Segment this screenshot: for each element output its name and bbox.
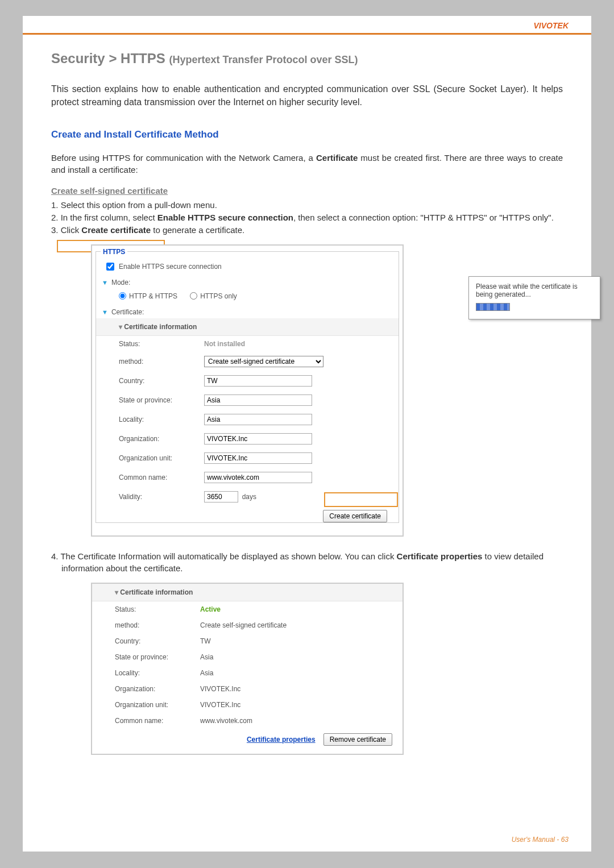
- page-title: Security > HTTPS (Hypertext Transfer Pro…: [51, 51, 563, 67]
- step-3: 3. Click Create certificate to generate …: [51, 224, 563, 236]
- popup-text: Please wait while the certificate is bei…: [476, 283, 593, 298]
- certificate-properties-link[interactable]: Certificate properties: [247, 736, 316, 744]
- state-label: State or province:: [96, 391, 204, 410]
- create-certificate-button[interactable]: Create certificate: [323, 510, 387, 522]
- step-1: 1. Select this option from a pull-down m…: [51, 199, 563, 211]
- cert-info-header: ▾ Certificate information: [96, 318, 399, 336]
- country-input[interactable]: [204, 375, 312, 387]
- orgunit-value-2: VIVOTEK.Inc: [200, 697, 403, 713]
- step-2: 2. In the first column, select Enable HT…: [51, 211, 563, 224]
- validity-label: Validity:: [96, 487, 204, 506]
- title-sub: (Hypertext Transfer Protocol over SSL): [169, 54, 358, 65]
- method-value-2: Create self-signed certificate: [200, 617, 403, 633]
- steps-list: 1. Select this option from a pull-down m…: [51, 199, 563, 236]
- validity-input[interactable]: [204, 491, 238, 502]
- validity-unit: days: [242, 493, 256, 501]
- orgunit-label: Organization unit:: [96, 448, 204, 468]
- locality-label-2: Locality:: [92, 665, 200, 681]
- status-value-active: Active: [200, 605, 221, 613]
- org-label-2: Organization:: [92, 681, 200, 697]
- enable-https-checkbox[interactable]: [106, 263, 114, 271]
- org-label: Organization:: [96, 429, 204, 448]
- mode-http-https[interactable]: HTTP & HTTPS: [119, 292, 177, 300]
- locality-value-2: Asia: [200, 665, 403, 681]
- https-config-panel: HTTPS Enable HTTPS secure connection ▼ M…: [91, 244, 404, 537]
- cert-info-header-2: ▾ Certificate information: [92, 584, 403, 601]
- brand-label: VIVOTEK: [534, 21, 569, 30]
- cn-input[interactable]: [204, 472, 312, 483]
- cn-label-2: Common name:: [92, 713, 200, 729]
- cert-info-table-2: Status:Active method:Create self-signed …: [92, 601, 403, 729]
- subsection-heading: Create self-signed certificate: [51, 186, 563, 196]
- step-4: 4. The Certificate Information will auto…: [51, 550, 563, 575]
- country-value-2: TW: [200, 633, 403, 649]
- cn-label: Common name:: [96, 468, 204, 487]
- cert-info-table: Status:Not installed method:Create self-…: [96, 336, 399, 506]
- country-label-2: Country:: [92, 633, 200, 649]
- status-label-2: Status:: [92, 601, 200, 617]
- steps-list-2: 4. The Certificate Information will auto…: [51, 550, 563, 575]
- org-input[interactable]: [204, 433, 312, 445]
- cn-value-2: www.vivotek.com: [200, 713, 403, 729]
- page-footer: User's Manual - 63: [512, 836, 569, 844]
- locality-label: Locality:: [96, 410, 204, 429]
- mode-http-https-radio[interactable]: [119, 292, 126, 300]
- state-input[interactable]: [204, 394, 312, 406]
- certificate-label: Certificate:: [111, 308, 144, 316]
- method-label-2: method:: [92, 617, 200, 633]
- generating-popup: Please wait while the certificate is bei…: [468, 276, 600, 319]
- section-heading: Create and Install Certificate Method: [51, 129, 563, 140]
- title-main: Security > HTTPS: [51, 51, 169, 66]
- section-body: Before using HTTPS for communication wit…: [51, 152, 563, 176]
- mode-https-only[interactable]: HTTPS only: [190, 292, 237, 300]
- header-rule: [23, 33, 591, 35]
- https-legend: HTTPS: [101, 248, 127, 256]
- progress-bar: [476, 303, 510, 311]
- chevron-down-icon[interactable]: ▼: [102, 279, 108, 286]
- orgunit-input[interactable]: [204, 452, 312, 464]
- org-value-2: VIVOTEK.Inc: [200, 681, 403, 697]
- state-label-2: State or province:: [92, 649, 200, 665]
- cert-info-panel-active: ▾ Certificate information Status:Active …: [91, 583, 404, 755]
- mode-https-only-radio[interactable]: [190, 292, 197, 300]
- mode-label: Mode:: [111, 279, 130, 286]
- remove-certificate-button[interactable]: Remove certificate: [323, 733, 392, 746]
- method-select[interactable]: Create self-signed certificate: [204, 356, 323, 367]
- enable-https-label: Enable HTTPS secure connection: [119, 263, 222, 271]
- status-label: Status:: [96, 336, 204, 352]
- intro-paragraph: This section explains how to enable auth…: [51, 82, 563, 109]
- locality-input[interactable]: [204, 414, 312, 425]
- method-label: method:: [96, 352, 204, 371]
- state-value-2: Asia: [200, 649, 403, 665]
- country-label: Country:: [96, 371, 204, 391]
- orgunit-label-2: Organization unit:: [92, 697, 200, 713]
- chevron-down-icon[interactable]: ▼: [102, 309, 108, 315]
- status-value: Not installed: [204, 340, 245, 348]
